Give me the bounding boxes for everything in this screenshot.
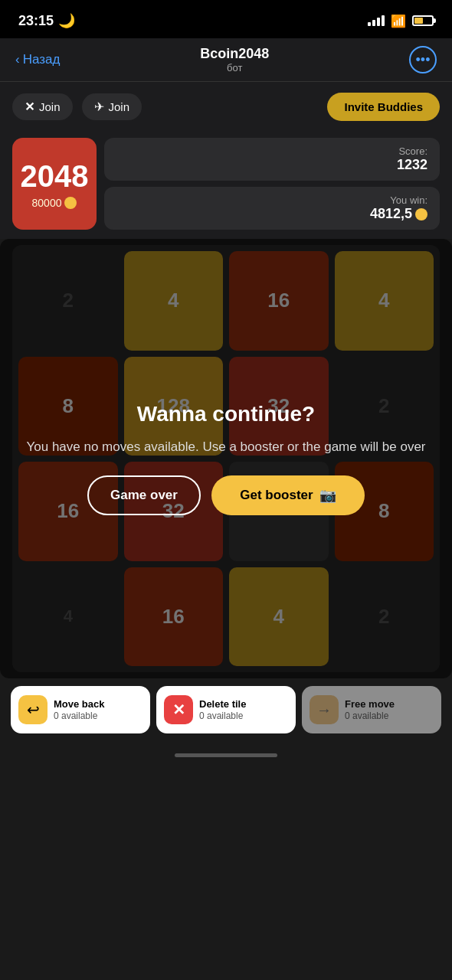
win-value: 4812,5 bbox=[370, 206, 412, 222]
dialog-title: Wanna continue? bbox=[15, 402, 437, 426]
game-over-label: Game over bbox=[110, 488, 178, 502]
coin-icon bbox=[64, 197, 77, 209]
score-right: Score: 1232 You win: 4812,5 bbox=[104, 138, 440, 230]
nav-subtitle: бот bbox=[200, 62, 269, 74]
wifi-icon: 📶 bbox=[391, 14, 406, 28]
more-button[interactable]: ••• bbox=[409, 46, 437, 74]
free-move-icon: → bbox=[310, 695, 339, 724]
game-over-button[interactable]: Game over bbox=[87, 475, 201, 515]
home-indicator bbox=[0, 746, 452, 773]
delete-tile-text: Delete tile 0 available bbox=[199, 698, 246, 721]
nav-title: Bcoin2048 bbox=[200, 46, 269, 62]
score-label: Score: bbox=[398, 145, 427, 157]
back-label: Назад bbox=[23, 52, 61, 67]
move-back-booster[interactable]: ↩ Move back 0 available bbox=[11, 686, 150, 733]
nav-title-block: Bcoin2048 бот bbox=[200, 46, 269, 74]
delete-tile-name: Delete tile bbox=[199, 698, 246, 710]
signal-icon bbox=[368, 15, 385, 26]
back-button[interactable]: ‹ Назад bbox=[15, 52, 60, 67]
score-box: Score: 1232 bbox=[104, 138, 440, 181]
delete-tile-booster[interactable]: ✕ Delete tile 0 available bbox=[156, 686, 296, 733]
telegram-icon: ✈ bbox=[94, 100, 104, 114]
free-move-text: Free move 0 available bbox=[345, 698, 395, 721]
win-box: You win: 4812,5 bbox=[104, 187, 440, 230]
move-back-icon: ↩ bbox=[18, 695, 47, 724]
status-time: 23:15 🌙 bbox=[18, 12, 75, 29]
move-back-name: Move back bbox=[54, 698, 104, 710]
chevron-left-icon: ‹ bbox=[15, 52, 20, 67]
join-row: ✕ Join ✈ Join Invite Buddies bbox=[0, 82, 452, 132]
free-move-count: 0 available bbox=[345, 710, 395, 721]
get-booster-button[interactable]: Get booster 📷 bbox=[211, 475, 365, 515]
telegram-join-button[interactable]: ✈ Join bbox=[82, 93, 142, 120]
free-move-booster[interactable]: → Free move 0 available bbox=[302, 686, 441, 733]
score-value: 1232 bbox=[397, 157, 427, 173]
free-move-name: Free move bbox=[345, 698, 395, 710]
video-icon: 📷 bbox=[319, 487, 336, 504]
tile-value: 2048 bbox=[21, 159, 89, 194]
status-bar: 23:15 🌙 📶 bbox=[0, 0, 452, 38]
ellipsis-icon: ••• bbox=[416, 52, 431, 68]
invite-label: Invite Buddies bbox=[344, 100, 423, 113]
game-grid-wrapper: 2 4 16 4 8 128 32 2 16 32 8 4 16 4 2 Wan… bbox=[0, 239, 452, 678]
time-label: 23:15 bbox=[18, 13, 54, 29]
delete-tile-count: 0 available bbox=[199, 710, 246, 721]
battery-icon bbox=[412, 15, 434, 26]
get-booster-label: Get booster bbox=[240, 488, 313, 503]
invite-buddies-button[interactable]: Invite Buddies bbox=[327, 93, 440, 121]
tile-coins: 80000 bbox=[32, 197, 77, 209]
telegram-join-label: Join bbox=[109, 100, 130, 113]
moon-icon: 🌙 bbox=[58, 12, 75, 29]
x-icon: ✕ bbox=[25, 100, 34, 114]
win-value-area: 4812,5 bbox=[370, 206, 427, 222]
delete-tile-icon: ✕ bbox=[164, 695, 193, 724]
x-join-button[interactable]: ✕ Join bbox=[12, 93, 73, 120]
boosters-row: ↩ Move back 0 available ✕ Delete tile 0 … bbox=[0, 678, 452, 746]
home-bar bbox=[175, 753, 277, 757]
dialog-text: You have no moves available. Use a boost… bbox=[15, 437, 437, 457]
move-back-text: Move back 0 available bbox=[54, 698, 104, 721]
x-join-label: Join bbox=[39, 100, 61, 113]
move-back-count: 0 available bbox=[54, 710, 104, 721]
status-icons: 📶 bbox=[368, 14, 434, 28]
wanna-continue-dialog: Wanna continue? You have no moves availa… bbox=[0, 387, 452, 531]
nav-bar: ‹ Назад Bcoin2048 бот ••• bbox=[0, 38, 452, 82]
tile-coins-value: 80000 bbox=[32, 197, 62, 209]
game-overlay: Wanna continue? You have no moves availa… bbox=[0, 239, 452, 678]
dialog-buttons: Game over Get booster 📷 bbox=[15, 475, 437, 515]
win-label: You win: bbox=[390, 194, 427, 206]
tile-2048: 2048 80000 bbox=[12, 138, 97, 230]
win-coin-icon bbox=[415, 208, 427, 220]
score-area: 2048 80000 Score: 1232 You win: 4812,5 bbox=[0, 132, 452, 239]
